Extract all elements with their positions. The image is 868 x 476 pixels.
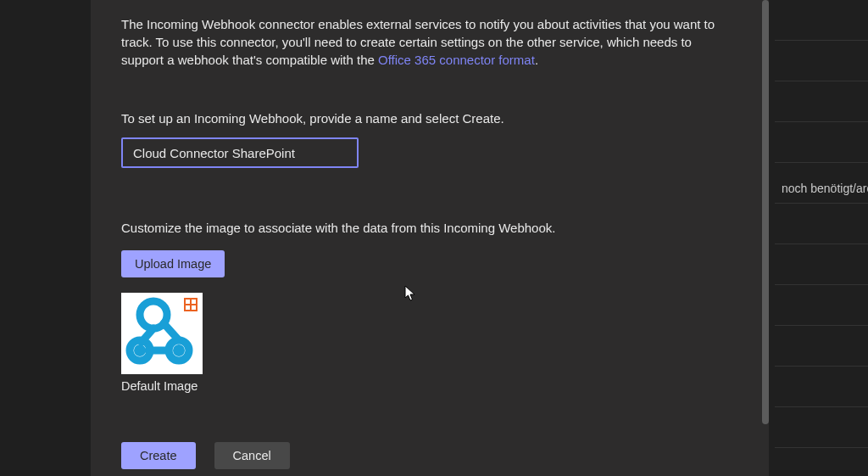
background-list: noch benötigt/arc: [775, 0, 868, 476]
default-image-label: Default Image: [121, 379, 742, 393]
bg-row: [775, 244, 868, 285]
connector-description: The Incoming Webhook connector enables e…: [121, 15, 732, 69]
upload-image-button[interactable]: Upload Image: [121, 250, 225, 277]
bg-row: [775, 0, 868, 41]
bg-row: [775, 326, 868, 367]
bg-row: [775, 407, 868, 448]
connector-format-link[interactable]: Office 365 connector format: [378, 53, 535, 67]
svg-point-9: [134, 344, 146, 356]
svg-rect-5: [192, 305, 196, 310]
create-button[interactable]: Create: [121, 442, 196, 469]
bg-row: [775, 122, 868, 163]
dialog-scrollbar[interactable]: [762, 0, 769, 476]
svg-point-10: [173, 344, 185, 356]
bg-row-text: noch benötigt/arc: [782, 182, 868, 195]
webhook-name-input[interactable]: [121, 137, 359, 168]
webhook-config-dialog: The Incoming Webhook connector enables e…: [91, 0, 769, 476]
description-text-after: .: [535, 53, 538, 67]
scrollbar-thumb[interactable]: [762, 0, 769, 424]
svg-rect-2: [186, 300, 190, 304]
default-image-preview: [121, 293, 203, 374]
svg-rect-3: [192, 300, 196, 304]
cancel-button[interactable]: Cancel: [214, 442, 290, 469]
webhook-icon: [121, 293, 203, 374]
bg-row: [775, 285, 868, 326]
bg-row: [775, 81, 868, 122]
bg-row: noch benötigt/arc: [775, 163, 868, 204]
bg-row: [775, 204, 868, 244]
dialog-button-row: Create Cancel: [121, 442, 742, 469]
bg-row: [775, 41, 868, 81]
customize-instruction: Customize the image to associate with th…: [121, 221, 742, 235]
bg-row: [775, 367, 868, 407]
setup-instruction: To set up an Incoming Webhook, provide a…: [121, 111, 742, 126]
svg-rect-4: [186, 305, 190, 310]
